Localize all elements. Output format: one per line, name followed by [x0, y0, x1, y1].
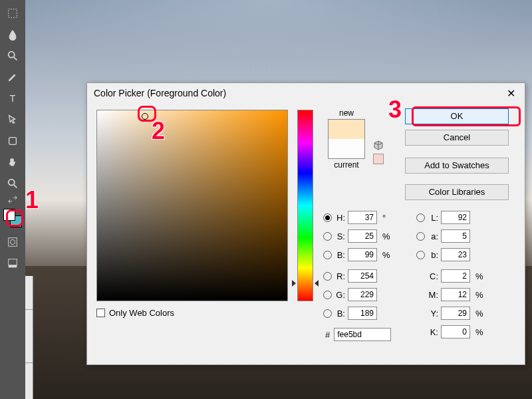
color-field-cursor: [142, 113, 148, 120]
b-radio[interactable]: [416, 251, 425, 259]
svg-line-6: [14, 185, 17, 188]
pen-tool-icon[interactable]: [5, 69, 21, 85]
new-color-preview: [329, 120, 364, 139]
svg-line-2: [14, 57, 17, 61]
hand-tool-icon[interactable]: [5, 154, 21, 170]
zoom2-tool-icon[interactable]: [5, 176, 21, 192]
vertical-ruler: [25, 276, 33, 399]
shape-tool-icon[interactable]: [5, 133, 21, 149]
bb-label: B:: [334, 309, 345, 319]
a-label: a:: [428, 231, 438, 241]
only-web-colors-checkbox[interactable]: [96, 309, 105, 317]
lightness-radio[interactable]: [416, 213, 425, 222]
hex-input[interactable]: [334, 328, 391, 341]
a-input[interactable]: [441, 229, 470, 243]
l-label: L:: [428, 213, 438, 223]
k-label: K:: [428, 327, 438, 337]
close-icon[interactable]: ✕: [504, 87, 518, 100]
saturation-radio[interactable]: [323, 232, 332, 241]
color-libraries-button[interactable]: Color Libraries: [405, 184, 509, 200]
s-label: S:: [334, 231, 345, 241]
color-picker-dialog: Color Picker (Foreground Color) ✕ new cu…: [86, 82, 525, 365]
hue-input[interactable]: [348, 211, 377, 224]
hue-radio[interactable]: [323, 213, 332, 222]
a-radio[interactable]: [416, 232, 425, 241]
red-input[interactable]: [348, 269, 377, 283]
svg-rect-7: [9, 238, 17, 247]
swap-colors-icon[interactable]: [5, 196, 21, 203]
new-current-swatch: [328, 119, 365, 159]
svg-text:T: T: [10, 93, 16, 104]
degree-unit: °: [382, 213, 386, 223]
websafe-swatch[interactable]: [373, 154, 384, 164]
c-label: C:: [428, 271, 438, 281]
path-select-tool-icon[interactable]: [5, 112, 21, 128]
titlebar[interactable]: Color Picker (Foreground Color) ✕: [87, 83, 525, 103]
foreground-swatch[interactable]: [3, 209, 15, 221]
svg-point-8: [10, 239, 15, 244]
ok-button[interactable]: OK: [405, 108, 509, 124]
brightness-radio[interactable]: [323, 251, 332, 259]
magenta-input[interactable]: [441, 288, 470, 301]
brightness-input[interactable]: [348, 248, 377, 261]
gamut-warning-icon[interactable]: [373, 140, 384, 151]
yellow-input[interactable]: [441, 307, 470, 320]
b-label: b:: [428, 250, 438, 260]
quickmask-icon[interactable]: [5, 234, 21, 250]
svg-rect-4: [9, 138, 17, 145]
lightness-input[interactable]: [441, 211, 470, 224]
screen-mode-icon[interactable]: [5, 255, 21, 271]
b-input[interactable]: [441, 248, 470, 261]
black-input[interactable]: [441, 325, 470, 338]
svg-rect-9: [9, 259, 17, 265]
svg-point-1: [9, 52, 15, 58]
blue-input[interactable]: [348, 307, 377, 320]
new-color-label: new: [323, 108, 370, 118]
red-radio[interactable]: [323, 272, 332, 281]
marquee-tool-icon[interactable]: [5, 5, 21, 21]
tools-panel: T: [0, 0, 25, 399]
y-label: Y:: [428, 309, 438, 319]
h-label: H:: [334, 213, 345, 223]
hex-hash-label: #: [325, 330, 330, 340]
zoom-tool-icon[interactable]: [5, 48, 21, 64]
cancel-button[interactable]: Cancel: [405, 130, 509, 146]
only-web-colors-label: Only Web Colors: [109, 308, 174, 318]
green-input[interactable]: [348, 288, 377, 301]
blue-radio[interactable]: [323, 309, 332, 318]
type-tool-icon[interactable]: T: [5, 90, 21, 106]
m-label: M:: [428, 290, 438, 300]
g-label: G:: [334, 290, 345, 300]
current-color-label: current: [323, 160, 370, 170]
add-to-swatches-button[interactable]: Add to Swatches: [405, 158, 509, 174]
hue-strip[interactable]: [297, 110, 313, 301]
current-color-preview: [329, 139, 364, 158]
svg-rect-0: [9, 9, 17, 18]
color-swatches[interactable]: [3, 209, 22, 227]
color-field[interactable]: [96, 110, 288, 301]
blur-tool-icon[interactable]: [5, 27, 21, 43]
dialog-title: Color Picker (Foreground Color): [94, 88, 226, 98]
svg-point-5: [9, 180, 15, 186]
r-label: R:: [334, 271, 345, 281]
saturation-input[interactable]: [348, 229, 377, 243]
cyan-input[interactable]: [441, 269, 470, 283]
bv-label: B:: [334, 250, 345, 260]
svg-rect-10: [9, 265, 17, 268]
green-radio[interactable]: [323, 291, 332, 299]
